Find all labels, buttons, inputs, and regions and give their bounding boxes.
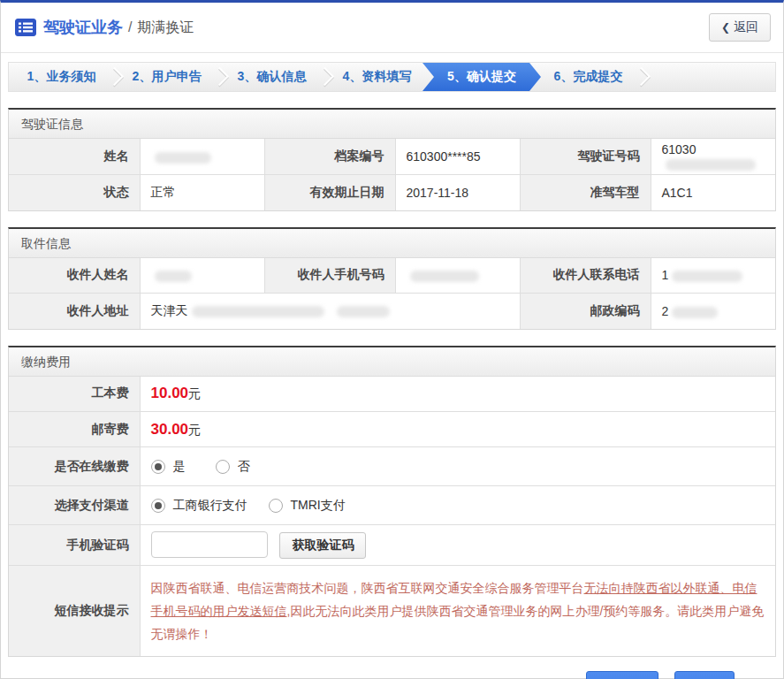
address-prefix: 天津天 <box>151 303 188 317</box>
step-6-complete-submit[interactable]: 6、完成提交 <box>536 63 641 91</box>
radio-option-no[interactable]: 否 <box>216 459 250 475</box>
vehicle-class-label: 准驾车型 <box>520 175 651 210</box>
redacted-value <box>192 306 324 317</box>
step-3-confirm-info[interactable]: 3、确认信息 <box>219 63 324 91</box>
postage-value: 30.00元 <box>140 412 775 447</box>
status-label: 状态 <box>9 175 140 210</box>
online-pay-options: 是 否 <box>140 447 775 486</box>
postage-unit: 元 <box>188 423 201 437</box>
file-no-label: 档案编号 <box>264 139 395 175</box>
step-2-user-declaration[interactable]: 2、用户申告 <box>114 63 219 91</box>
table-row: 姓名 档案编号 610300****85 驾驶证号码 61030 <box>9 139 775 175</box>
sms-notice-label: 短信接收提示 <box>9 566 140 657</box>
radio-button-icon[interactable] <box>151 499 165 513</box>
breadcrumb-current: 期满换证 <box>137 19 194 37</box>
radio-button-icon[interactable] <box>151 460 165 474</box>
redacted-value <box>666 159 756 171</box>
radio-option-label: 是 <box>173 459 186 475</box>
fee-value: 10.00元 <box>140 377 775 412</box>
redacted-value <box>155 152 211 164</box>
table-row: 收件人姓名 收件人手机号码 收件人联系电话 1 <box>9 258 775 294</box>
recipient-address-value: 天津天 <box>140 294 520 329</box>
table-row: 邮寄费 30.00元 <box>9 412 775 447</box>
radio-option-yes[interactable]: 是 <box>151 459 186 475</box>
step-label: 1、业务须知 <box>27 69 96 85</box>
step-label: 6、完成提交 <box>554 69 623 85</box>
redacted-value <box>337 306 390 317</box>
pay-channel-label: 选择支付渠道 <box>9 486 140 525</box>
notice-part1: 因陕西省联通、电信运营商技术问题，陕西省互联网交通安全综合服务管理平台 <box>151 581 584 595</box>
radio-option-label: 否 <box>238 459 250 475</box>
page-title: 驾驶证业务 <box>43 17 123 38</box>
recipient-contact-label: 收件人联系电话 <box>520 258 651 294</box>
step-label: 2、用户申告 <box>133 69 202 85</box>
sms-code-field: 获取验证码 <box>140 525 775 566</box>
pickup-info-section: 取件信息 收件人姓名 收件人手机号码 收件人联系电话 1 收件人地址 天津天 邮… <box>8 227 776 330</box>
chevron-left-icon: ❮ <box>721 21 730 34</box>
license-no-label: 驾驶证号码 <box>520 139 651 175</box>
step-4-fill-materials[interactable]: 4、资料填写 <box>324 63 430 91</box>
postage-amount: 30.00 <box>151 421 189 438</box>
sms-code-input[interactable] <box>151 531 268 558</box>
license-info-table: 姓名 档案编号 610300****85 驾驶证号码 61030 状态 正常 有… <box>9 139 775 210</box>
table-row: 选择支付渠道 工商银行支付 TMRI支付 <box>9 486 775 525</box>
postcode-prefix: 2 <box>662 304 669 318</box>
back-button[interactable]: ❮ 返回 <box>709 13 771 42</box>
recipient-mobile-label: 收件人手机号码 <box>264 258 395 294</box>
table-row: 短信接收提示 因陕西省联通、电信运营商技术问题，陕西省互联网交通安全综合服务管理… <box>9 566 775 657</box>
redacted-value <box>672 271 742 282</box>
step-5-confirm-submit[interactable]: 5、确认提交 <box>422 63 541 91</box>
expiry-label: 有效期止日期 <box>264 175 395 210</box>
recipient-contact-value: 1 <box>651 258 775 294</box>
radio-option-label: 工商银行支付 <box>173 498 247 514</box>
radio-button-icon[interactable] <box>216 460 230 474</box>
table-row: 手机验证码 获取验证码 <box>9 525 775 566</box>
payment-section-title: 缴纳费用 <box>9 347 775 377</box>
form-list-icon <box>15 19 36 36</box>
header: 驾驶证业务 / 期满换证 ❮ 返回 <box>1 3 783 53</box>
status-value: 正常 <box>140 175 264 210</box>
postcode-label: 邮政编码 <box>520 294 651 329</box>
back-button-label: 返回 <box>734 19 758 35</box>
redacted-value <box>410 271 479 282</box>
radio-option-icbc[interactable]: 工商银行支付 <box>151 498 247 514</box>
finish-button[interactable]: 完成 <box>674 671 735 679</box>
recipient-address-label: 收件人地址 <box>9 294 140 329</box>
name-value <box>140 139 264 175</box>
radio-button-icon[interactable] <box>269 499 283 513</box>
redacted-value <box>155 271 192 282</box>
step-progress-bar: 1、业务须知 2、用户申告 3、确认信息 4、资料填写 5、确认提交 6、完成提… <box>8 62 776 92</box>
previous-step-button[interactable]: 上一步 <box>586 671 658 679</box>
expiry-value: 2017-11-18 <box>395 175 520 210</box>
online-pay-label: 是否在线缴费 <box>9 447 140 486</box>
get-code-button[interactable]: 获取验证码 <box>279 532 366 559</box>
page: 驾驶证业务 / 期满换证 ❮ 返回 1、业务须知 2、用户申告 3、确认信息 4… <box>0 0 784 679</box>
table-row: 收件人地址 天津天 邮政编码 2 <box>9 294 775 329</box>
payment-table: 工本费 10.00元 邮寄费 30.00元 是否在线缴费 是 <box>9 377 775 657</box>
step-1-business-notes[interactable]: 1、业务须知 <box>9 63 114 91</box>
contact-prefix: 1 <box>662 268 669 282</box>
pickup-info-table: 收件人姓名 收件人手机号码 收件人联系电话 1 收件人地址 天津天 邮政编码 2 <box>9 258 775 329</box>
table-row: 状态 正常 有效期止日期 2017-11-18 准驾车型 A1C1 <box>9 175 775 210</box>
license-no-prefix: 61030 <box>662 142 696 156</box>
payment-section: 缴纳费用 工本费 10.00元 邮寄费 30.00元 是否在线缴费 <box>8 346 776 658</box>
license-no-value: 61030 <box>651 139 775 175</box>
radio-option-tmri[interactable]: TMRI支付 <box>269 498 346 514</box>
sms-code-label: 手机验证码 <box>9 525 140 566</box>
radio-option-label: TMRI支付 <box>291 498 346 514</box>
name-label: 姓名 <box>9 139 140 175</box>
vehicle-class-value: A1C1 <box>651 175 775 210</box>
license-section-title: 驾驶证信息 <box>9 110 775 139</box>
license-info-section: 驾驶证信息 姓名 档案编号 610300****85 驾驶证号码 61030 状… <box>8 108 776 211</box>
footer-actions: 上一步 完成 <box>1 671 735 679</box>
fee-unit: 元 <box>188 386 201 401</box>
step-separator-chevron-icon <box>632 67 651 86</box>
table-row: 工本费 10.00元 <box>9 377 775 412</box>
pickup-section-title: 取件信息 <box>9 229 775 258</box>
recipient-name-value <box>140 258 264 294</box>
postcode-value: 2 <box>651 294 775 329</box>
breadcrumb-separator: / <box>128 19 132 35</box>
file-no-value: 610300****85 <box>395 139 520 175</box>
recipient-mobile-value <box>395 258 520 294</box>
postage-label: 邮寄费 <box>9 412 140 447</box>
